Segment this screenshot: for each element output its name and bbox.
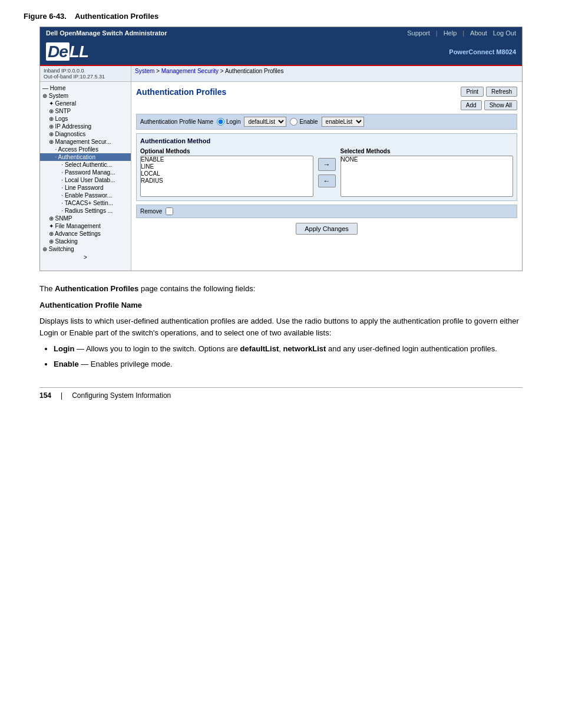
sidebar-item-sntp[interactable]: ⊕ SNTP	[40, 107, 131, 115]
sidebar-item-home[interactable]: — Home	[40, 84, 131, 92]
footer-text: Configuring System Information	[72, 391, 171, 400]
optional-methods-label: Optional Methods	[140, 148, 313, 154]
device-info: Inband IP:0.0.0.0 Out-of-band IP:10.27.5…	[40, 66, 131, 81]
inband-ip: Inband IP:0.0.0.0	[44, 68, 127, 74]
option-local[interactable]: LOCAL	[141, 170, 313, 177]
btn-row2: Add Show All	[136, 100, 517, 110]
sidebar-item-snmp[interactable]: ⊕ SNMP	[40, 215, 131, 222]
figure-number: Figure 6-43.	[24, 12, 67, 21]
sidebar-item-authentication[interactable]: · Authentication	[40, 153, 131, 161]
breadcrumb-current: Authentication Profiles	[225, 68, 284, 74]
add-button[interactable]: Add	[461, 100, 482, 110]
enable-label: Enable	[299, 118, 318, 125]
nav-separator2: |	[462, 29, 464, 37]
sidebar-item-system[interactable]: ⊕ System	[40, 92, 131, 100]
option-none[interactable]: NONE	[341, 156, 513, 163]
move-right-button[interactable]: →	[318, 158, 336, 171]
selected-methods-box: Selected Methods NONE	[340, 148, 514, 197]
breadcrumb: System > Management Security > Authentic…	[131, 66, 522, 81]
selected-methods-list[interactable]: NONE	[340, 156, 514, 197]
breadcrumb-security[interactable]: Management Security	[161, 68, 219, 74]
optional-methods-box: Optional Methods ENABLE LINE LOCAL RADIU…	[140, 148, 313, 197]
apply-button[interactable]: Apply Changes	[296, 223, 358, 235]
support-link[interactable]: Support	[407, 29, 430, 37]
sidebar-item-radius[interactable]: · Radius Settings ...	[40, 207, 131, 215]
right-panel: Authentication Profiles Print Refresh Ad…	[131, 82, 522, 271]
logo-bar: DeLL PowerConnect M8024	[40, 39, 522, 66]
option-line[interactable]: LINE	[141, 163, 313, 170]
auth-profiles-bold: Authentication Profiles	[55, 284, 138, 293]
sidebar-item-tacacs[interactable]: · TACACS+ Settin...	[40, 199, 131, 207]
login-label: Login	[226, 118, 240, 125]
profile-name-row: Authentication Profile Name Login defaul…	[136, 114, 517, 130]
selected-methods-label: Selected Methods	[340, 148, 514, 154]
sidebar-item-logs[interactable]: ⊕ Logs	[40, 115, 131, 123]
sidebar-item-general[interactable]: ✦ General	[40, 100, 131, 107]
profile-name-heading: Authentication Profile Name	[39, 299, 523, 311]
remove-checkbox[interactable]	[166, 207, 173, 215]
profile-name-desc: Displays lists to which user-defined aut…	[39, 315, 523, 338]
page-number: 154	[39, 391, 51, 400]
sidebar-item-line-password[interactable]: · Line Password	[40, 184, 131, 192]
sidebar-item-local-user[interactable]: · Local User Datab...	[40, 176, 131, 184]
logout-link[interactable]: Log Out	[493, 29, 516, 37]
sidebar-item-advance-settings[interactable]: ⊕ Advance Settings	[40, 230, 131, 238]
top-nav: Dell OpenManage Switch Administrator Sup…	[40, 27, 522, 39]
sidebar-scroll-arrow[interactable]: >	[40, 254, 131, 261]
nav-links: Support | Help | About Log Out	[407, 29, 516, 37]
sidebar-item-password-mgmt[interactable]: · Password Manag...	[40, 169, 131, 176]
remove-row: Remove	[136, 205, 517, 218]
option-enable[interactable]: ENABLE	[141, 156, 313, 163]
sidebar-item-file-mgmt[interactable]: ✦ File Management	[40, 222, 131, 230]
sidebar-item-switching[interactable]: ⊕ Switching	[40, 245, 131, 253]
enable-radio[interactable]	[290, 118, 297, 126]
dell-logo: DeLL	[46, 42, 88, 61]
sidebar-item-stacking[interactable]: ⊕ Stacking	[40, 238, 131, 245]
show-all-button[interactable]: Show All	[484, 100, 517, 110]
intro-paragraph: The Authentication Profiles page contain…	[39, 283, 523, 295]
sidebar-item-ip-addressing[interactable]: ⊕ IP Addressing	[40, 123, 131, 130]
app-frame: Dell OpenManage Switch Administrator Sup…	[39, 27, 523, 271]
figure-title: Authentication Profiles	[75, 12, 158, 21]
main-content: — Home ⊕ System ✦ General ⊕ SNTP ⊕ Logs …	[40, 82, 522, 271]
sidebar: — Home ⊕ System ✦ General ⊕ SNTP ⊕ Logs …	[40, 82, 131, 271]
sidebar-item-access-profiles[interactable]: · Access Profiles	[40, 146, 131, 153]
apply-row: Apply Changes	[136, 223, 517, 235]
footer: 154 | Configuring System Information	[39, 387, 523, 400]
sidebar-item-enable-password[interactable]: · Enable Passwor...	[40, 192, 131, 199]
move-left-button[interactable]: ←	[318, 174, 336, 187]
auth-method-title: Authentication Method	[140, 137, 513, 144]
print-button[interactable]: Print	[461, 87, 484, 97]
nav-separator: |	[436, 29, 438, 37]
enable-bullet: Enable — Enables privilege mode.	[54, 358, 523, 370]
login-radio[interactable]	[217, 118, 224, 126]
login-radio-label: Login	[217, 118, 240, 126]
outofband-ip: Out-of-band IP:10.27.5.31	[44, 74, 127, 80]
auth-method-section: Authentication Method Optional Methods E…	[136, 133, 517, 201]
methods-container: Optional Methods ENABLE LINE LOCAL RADIU…	[140, 148, 513, 197]
app-title: Dell OpenManage Switch Administrator	[46, 29, 167, 37]
footer-separator: |	[61, 391, 62, 400]
sidebar-item-select-auth[interactable]: · Select Authentic...	[40, 161, 131, 169]
optional-methods-list[interactable]: ENABLE LINE LOCAL RADIUS	[140, 156, 313, 197]
option-radius[interactable]: RADIUS	[141, 177, 313, 185]
arrow-buttons: → ←	[318, 158, 336, 187]
login-list-select[interactable]: defaultList	[244, 117, 286, 127]
figure-label: Figure 6-43. Authentication Profiles	[24, 12, 538, 21]
login-bullet: Login — Allows you to login to the switc…	[54, 343, 523, 355]
product-name: PowerConnect M8024	[449, 48, 516, 55]
top-info-bar: Inband IP:0.0.0.0 Out-of-band IP:10.27.5…	[40, 66, 522, 82]
remove-label: Remove	[140, 208, 162, 215]
refresh-button[interactable]: Refresh	[486, 87, 517, 97]
btn-group-top: Print Refresh	[461, 87, 517, 97]
enable-radio-label: Enable	[290, 118, 318, 126]
sidebar-item-mgmt-security[interactable]: ⊕ Management Secur...	[40, 138, 131, 146]
breadcrumb-system[interactable]: System	[135, 68, 154, 74]
sidebar-item-diagnostics[interactable]: ⊕ Diagnostics	[40, 130, 131, 138]
enable-list-select[interactable]: enableList	[322, 117, 364, 127]
about-link[interactable]: About	[470, 29, 487, 37]
profile-name-label: Authentication Profile Name	[140, 118, 213, 125]
section-header: Authentication Profiles Print Refresh	[136, 87, 517, 97]
description-list: Login — Allows you to login to the switc…	[54, 343, 523, 370]
help-link[interactable]: Help	[444, 29, 457, 37]
